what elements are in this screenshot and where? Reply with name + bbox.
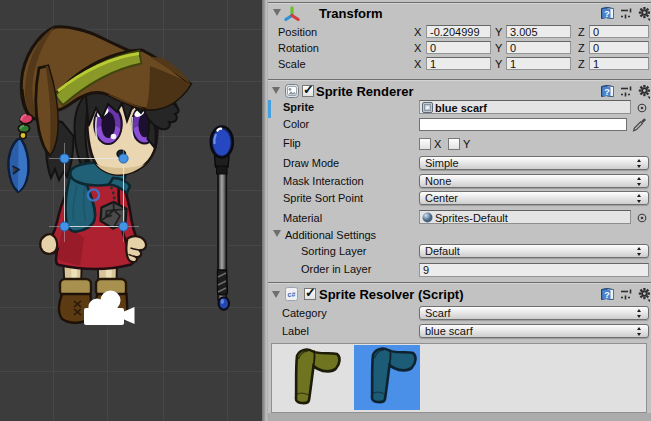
svg-text:c#: c# (288, 291, 296, 298)
